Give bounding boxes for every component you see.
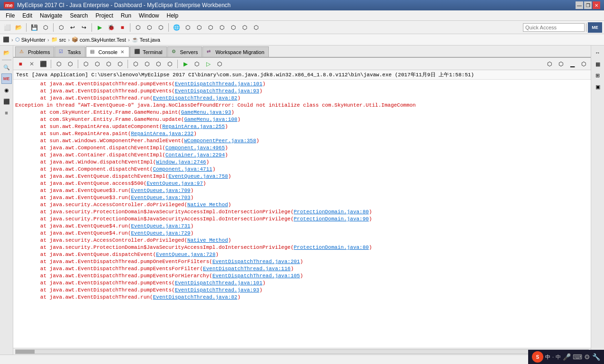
maximize-button[interactable]: ❐	[584, 1, 592, 9]
console-output[interactable]: at java.awt.EventDispatchThread.pumpEven…	[13, 80, 591, 348]
console-minimize-view-btn[interactable]: ▁	[567, 59, 577, 69]
sidebar-icon-1[interactable]: 🔍	[1, 62, 12, 73]
tb-save-btn[interactable]: 💾	[29, 22, 39, 33]
menu-edit[interactable]: Edit	[18, 11, 36, 20]
console-run-btn[interactable]: ▶	[180, 59, 191, 69]
console-link[interactable]: EventDispatchThread.java:201	[212, 259, 300, 264]
console-maximize-btn[interactable]: ⬡	[544, 59, 555, 69]
menu-run[interactable]: Run	[117, 11, 135, 20]
tb-redo-btn[interactable]: ↪	[79, 22, 89, 33]
console-link[interactable]: RepaintArea.java:232	[131, 131, 193, 136]
console-link[interactable]: RepaintArea.java:255	[162, 124, 225, 129]
console-link[interactable]: EventDispatchThread.java:82	[153, 95, 237, 101]
tb-ext7-btn[interactable]: ⬡	[251, 22, 261, 33]
console-link[interactable]: EventDispatchThread.java:101	[175, 280, 263, 286]
tb-ext3-btn[interactable]: ⬡	[205, 22, 216, 33]
console-open-btn-1[interactable]: ⬡	[130, 59, 141, 69]
bc-item-skyhunter[interactable]: ⬡ SkyHunter	[15, 36, 46, 43]
tb-debug-btn[interactable]: 🐞	[106, 22, 116, 33]
console-viewmenu-btn[interactable]: ⬡	[556, 59, 566, 69]
tab-servers[interactable]: ⚙ Servers	[167, 46, 202, 57]
console-open-btn-2[interactable]: ⬡	[142, 59, 152, 69]
console-link[interactable]: Component.java:4965	[165, 145, 225, 151]
console-link[interactable]: Container.java:2294	[165, 152, 225, 158]
console-link[interactable]: ProtectionDomain.java:90	[294, 216, 369, 222]
console-link[interactable]: Component.java:4711	[153, 166, 212, 172]
console-link[interactable]: EventDispatchThread.java:82	[153, 294, 237, 300]
tb-print-btn[interactable]: ⬡	[56, 22, 66, 33]
tb-views-btn[interactable]: ⬡	[144, 22, 155, 33]
quick-access-input[interactable]	[523, 23, 585, 32]
console-open-btn-3[interactable]: ⬡	[153, 59, 164, 69]
bc-item-file[interactable]: ☕ Test.java	[132, 36, 160, 43]
console-link[interactable]: EventDispatchThread.java:93	[175, 287, 259, 293]
console-tab-close[interactable]: ✕	[119, 49, 125, 55]
tb-stop-btn[interactable]: ■	[117, 22, 128, 33]
console-extra-btn-2[interactable]: ⬡	[214, 59, 225, 69]
console-pin-btn[interactable]: ⬡	[65, 59, 75, 69]
tb-undo-btn[interactable]: ↩	[67, 22, 78, 33]
console-hscrollbar[interactable]	[13, 348, 591, 355]
tb-ext6-btn[interactable]: ⬡	[239, 22, 250, 33]
console-link[interactable]: Native Method	[187, 237, 228, 243]
console-remove-btn[interactable]: ✕	[27, 59, 37, 69]
tb-ext2-btn[interactable]: ⬡	[194, 22, 204, 33]
bc-item-package[interactable]: 📦 com.SkyHunter.Test	[72, 36, 126, 43]
right-sidebar-icon-2[interactable]: ⊞	[593, 70, 603, 81]
right-sidebar-icon-1[interactable]: ▦	[593, 59, 603, 69]
tb-web-btn[interactable]: 🌐	[171, 22, 182, 33]
close-button[interactable]: ✕	[593, 1, 600, 9]
console-link[interactable]: EventQueue.java:97	[146, 181, 203, 186]
sidebar-icon-2[interactable]: ME	[1, 73, 12, 84]
bc-item-src[interactable]: 📁 src	[51, 36, 66, 43]
title-bar-controls[interactable]: — ❐ ✕	[576, 1, 600, 9]
tb-layout-btn[interactable]: ⬡	[156, 22, 166, 33]
console-link[interactable]: EventDispatchThread.java:101	[175, 81, 263, 87]
tab-workspace-migration[interactable]: ⇄ Workspace Migration	[202, 46, 268, 57]
console-link[interactable]: Native Method	[187, 202, 228, 208]
console-link[interactable]: EventQueue.java:729	[131, 230, 190, 236]
tb-open-btn[interactable]: 📂	[13, 22, 24, 33]
console-link[interactable]: EventQueue.java:703	[131, 195, 190, 200]
console-view-btn-1[interactable]: ⬡	[81, 59, 91, 69]
hscroll-track[interactable]	[15, 349, 589, 354]
console-view-btn-3[interactable]: ⬡	[103, 59, 114, 69]
right-sidebar-icon-0[interactable]: ↔	[593, 47, 603, 58]
console-stop-btn[interactable]: ■	[15, 59, 26, 69]
tb-ext4-btn[interactable]: ⬡	[217, 22, 227, 33]
menu-search[interactable]: Search	[66, 11, 92, 20]
hscroll-thumb[interactable]	[16, 350, 35, 354]
console-link[interactable]: EventQueue.java:731	[131, 223, 190, 229]
menu-project[interactable]: Project	[92, 11, 117, 20]
sidebar-icon-0[interactable]: 📂	[1, 47, 12, 58]
menu-navigate[interactable]: Navigate	[36, 11, 66, 20]
console-link[interactable]: GameMenu.java:108	[184, 117, 237, 122]
console-run2-btn[interactable]: ▷	[203, 59, 213, 69]
console-link[interactable]: WComponentPeer.java:358	[184, 138, 256, 144]
console-scroll-lock-btn[interactable]: ⬡	[54, 59, 64, 69]
sidebar-icon-3[interactable]: ◉	[1, 85, 12, 95]
tb-saveall-btn[interactable]: ⬡	[40, 22, 51, 33]
tb-ext5-btn[interactable]: ⬡	[228, 22, 238, 33]
menu-help[interactable]: Help	[163, 11, 183, 20]
tab-problems[interactable]: ⚠ Problems	[15, 46, 54, 57]
console-clear-btn[interactable]: ⬛	[38, 59, 48, 69]
tab-console[interactable]: ▤ Console ✕	[86, 46, 129, 57]
console-link[interactable]: EventQueue.java:728	[156, 252, 215, 257]
sidebar-icon-4[interactable]: ⬛	[1, 96, 12, 107]
menu-window[interactable]: Window	[135, 11, 163, 20]
console-link[interactable]: GameMenu.java:93	[181, 109, 231, 115]
tb-run-btn[interactable]: ▶	[94, 22, 105, 33]
console-link[interactable]: EventQueue.java:709	[131, 188, 190, 193]
console-open-btn-4[interactable]: ⬡	[165, 59, 175, 69]
tb-ext1-btn[interactable]: ⬡	[183, 22, 193, 33]
right-sidebar-icon-3[interactable]: ▣	[593, 82, 603, 92]
console-view-btn-4[interactable]: ⬡	[115, 59, 125, 69]
console-link[interactable]: ProtectionDomain.java:80	[294, 209, 369, 215]
minimize-button[interactable]: —	[576, 1, 583, 9]
console-view-btn-2[interactable]: ⬡	[92, 59, 102, 69]
console-link[interactable]: Window.java:2746	[156, 159, 206, 165]
console-link[interactable]: EventDispatchThread.java:105	[212, 273, 300, 279]
me-icon-button[interactable]: ME	[588, 22, 602, 33]
console-link[interactable]: ProtectionDomain.java:80	[294, 245, 369, 250]
